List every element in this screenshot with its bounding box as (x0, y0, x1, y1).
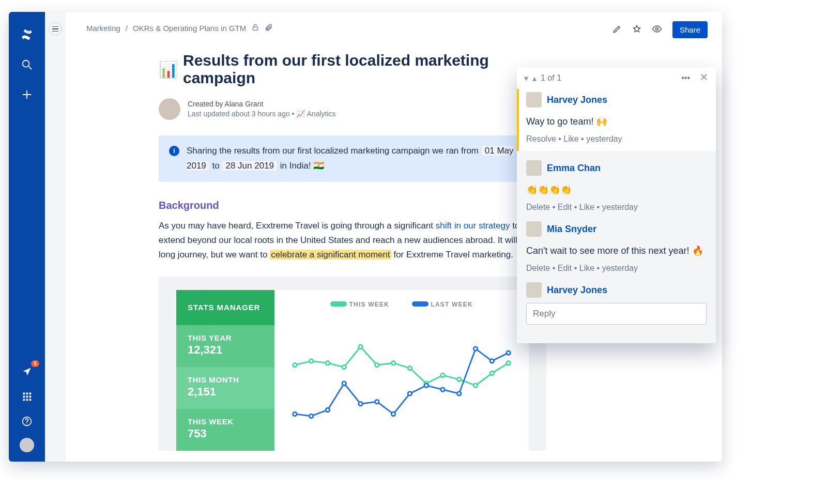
avatar[interactable] (526, 221, 542, 237)
svg-point-37 (391, 412, 395, 416)
comment-author[interactable]: Mia Snyder (547, 224, 596, 235)
svg-point-27 (457, 377, 461, 381)
author-avatar[interactable] (159, 98, 180, 120)
date-chip: 28 Jun 2019 (222, 160, 278, 171)
comment-author[interactable]: Emma Chan (547, 163, 601, 174)
confluence-logo[interactable] (19, 26, 35, 43)
avatar[interactable] (526, 282, 542, 298)
breadcrumb: Marketing / OKRs & Operating Plans in GT… (86, 23, 701, 33)
page-actions: Share (612, 21, 708, 38)
svg-point-0 (23, 60, 29, 67)
svg-point-32 (309, 414, 313, 418)
attachments-icon[interactable] (265, 23, 273, 33)
svg-point-38 (408, 392, 412, 396)
svg-point-20 (342, 365, 346, 369)
svg-point-33 (326, 408, 330, 412)
chevron-down-icon[interactable]: ▾ (524, 73, 528, 83)
svg-rect-12 (29, 399, 32, 401)
svg-point-41 (457, 392, 461, 396)
svg-point-35 (359, 402, 363, 406)
svg-point-30 (507, 361, 511, 365)
info-panel: i Sharing the results from our first loc… (159, 135, 546, 182)
collapse-sidebar-button[interactable] (49, 22, 62, 36)
search-icon[interactable] (19, 56, 35, 73)
notification-badge: 5 (31, 360, 39, 367)
chevron-up-icon[interactable]: ▴ (532, 73, 537, 83)
svg-point-21 (359, 345, 363, 349)
svg-point-36 (375, 400, 379, 404)
svg-point-42 (473, 347, 478, 351)
sidebar-toggle-column (45, 12, 66, 462)
notifications-icon[interactable]: 5 (19, 363, 35, 380)
star-icon[interactable] (632, 24, 641, 36)
page-byline: Created by Alana Grant Last updated abou… (188, 99, 336, 119)
more-icon[interactable]: ••• (681, 73, 690, 83)
section-heading: Background (159, 200, 546, 211)
reply-as-user[interactable]: Harvey Jones (547, 285, 607, 296)
svg-rect-15 (253, 27, 258, 30)
stats-header: STATS MANAGER (176, 290, 274, 325)
reply-input[interactable] (526, 303, 707, 325)
svg-point-31 (293, 412, 297, 416)
title-emoji: 📊 (159, 60, 178, 79)
svg-point-17 (293, 363, 297, 367)
svg-rect-8 (26, 396, 28, 398)
watch-icon[interactable] (652, 24, 662, 36)
avatar[interactable] (526, 92, 542, 108)
svg-rect-10 (23, 399, 25, 401)
comments-panel: ▾ ▴ 1 of 1 ••• Harvey Jones Way to go te… (517, 67, 716, 343)
help-icon[interactable] (19, 413, 35, 430)
svg-point-28 (473, 384, 478, 388)
comment-author[interactable]: Harvey Jones (547, 95, 607, 105)
highlighted-text: celebrate a significant moment (270, 250, 391, 259)
svg-point-24 (408, 366, 412, 370)
svg-point-40 (441, 388, 445, 392)
comment-actions[interactable]: Resolve • Like • yesterday (526, 134, 707, 144)
svg-point-16 (655, 27, 658, 30)
svg-point-14 (26, 423, 27, 424)
svg-rect-6 (29, 393, 32, 395)
comment-body: Way to go team! 🙌 (526, 116, 707, 127)
svg-rect-5 (26, 393, 28, 395)
breadcrumb-space[interactable]: Marketing (86, 24, 120, 33)
app-switcher-icon[interactable] (19, 388, 35, 405)
avatar[interactable] (526, 160, 542, 176)
close-icon[interactable] (699, 72, 709, 84)
svg-point-34 (342, 381, 346, 386)
svg-point-43 (490, 359, 494, 363)
edit-icon[interactable] (612, 24, 622, 36)
comment-counter: 1 of 1 (541, 73, 561, 83)
create-icon[interactable] (19, 86, 35, 103)
svg-point-44 (507, 351, 511, 355)
svg-point-19 (326, 361, 330, 365)
analytics-link[interactable]: Analytics (307, 110, 336, 118)
stats-card: STATS MANAGER THIS YEAR12,321 THIS MONTH… (159, 277, 546, 451)
svg-point-22 (375, 363, 379, 367)
page-title: 📊 Results from our first localized marke… (159, 52, 546, 87)
svg-point-39 (424, 384, 428, 388)
svg-point-23 (391, 361, 395, 365)
svg-point-26 (441, 373, 445, 377)
svg-point-29 (490, 371, 494, 375)
profile-avatar[interactable] (20, 438, 34, 452)
svg-rect-4 (23, 393, 25, 395)
info-icon: i (169, 146, 179, 156)
svg-point-18 (309, 359, 313, 363)
comment-thread: Harvey Jones Way to go team! 🙌 Resolve •… (517, 89, 716, 151)
chart-plot: THIS WEEK LAST WEEK (274, 290, 529, 451)
svg-rect-11 (26, 399, 28, 401)
breadcrumb-page[interactable]: OKRs & Operating Plans in GTM (133, 24, 246, 33)
analytics-icon: 📈 (296, 110, 305, 118)
svg-line-1 (29, 67, 32, 70)
global-nav: 5 (9, 12, 45, 462)
share-button[interactable]: Share (672, 21, 708, 38)
svg-rect-9 (29, 396, 32, 398)
svg-rect-7 (23, 396, 25, 398)
comment-actions[interactable]: Delete • Edit • Like • yesterday (526, 203, 707, 212)
strategy-link[interactable]: shift in our strategy (436, 221, 510, 231)
restrictions-icon[interactable] (251, 23, 259, 33)
comment-actions[interactable]: Delete • Edit • Like • yesterday (526, 264, 707, 273)
body-paragraph: As you may have heard, Exxtreme Travel i… (159, 219, 546, 262)
